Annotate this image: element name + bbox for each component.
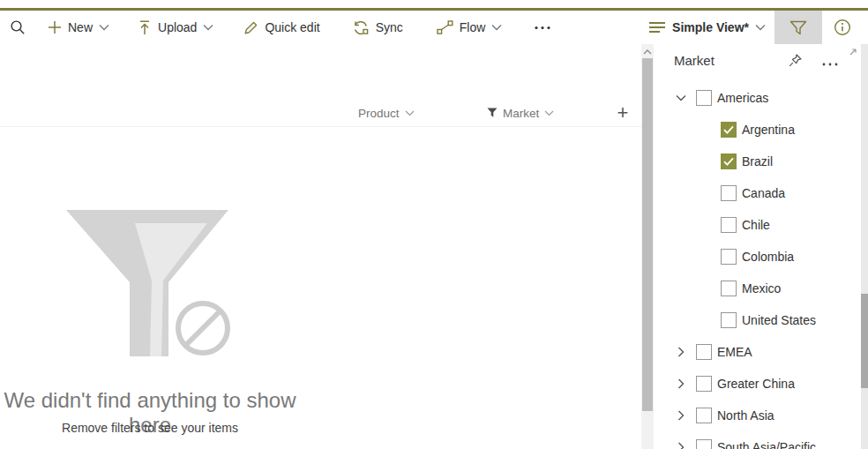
checkbox-north-asia[interactable] — [696, 408, 712, 423]
column-header-row: Product Market + — [0, 100, 641, 127]
tree-item-label: Canada — [742, 186, 785, 200]
chevron-down-icon — [544, 110, 554, 116]
quick-edit-button-label: Quick edit — [265, 20, 319, 34]
filter-pane-header: Market — [654, 49, 861, 74]
checkbox-brazil[interactable] — [721, 153, 737, 169]
filter-icon — [789, 20, 807, 35]
filter-tree-item-emea[interactable]: EMEA — [654, 336, 861, 368]
checkbox-argentina[interactable] — [721, 122, 737, 138]
list-content-area: Product Market + — [0, 44, 641, 449]
filter-tree-item-brazil[interactable]: Brazil — [654, 146, 861, 177]
filter-tree-item-americas[interactable]: Americas — [654, 82, 861, 114]
checkmark-icon — [723, 125, 734, 134]
flow-button-label: Flow — [460, 20, 486, 34]
new-button[interactable]: New — [39, 11, 118, 44]
plus-icon — [48, 20, 62, 34]
tree-item-label: EMEA — [717, 345, 752, 359]
chevron-down-icon — [99, 24, 109, 31]
filter-tree: Americas Argentina Brazil Canada — [654, 82, 861, 449]
info-button[interactable] — [822, 11, 863, 44]
tree-item-label: Mexico — [742, 281, 781, 296]
sync-button[interactable]: Sync — [343, 11, 412, 44]
chevron-down-icon — [755, 24, 766, 31]
upload-button[interactable]: Upload — [129, 11, 222, 44]
filter-pane: Market Americas — [654, 44, 861, 449]
chevron-down-icon[interactable] — [674, 91, 688, 105]
info-icon — [834, 19, 851, 36]
sync-icon — [352, 20, 370, 35]
tree-item-label: Chile — [742, 218, 770, 232]
search-icon — [10, 19, 26, 35]
column-header-market[interactable]: Market — [482, 100, 559, 126]
tree-item-label: Greater China — [717, 377, 795, 391]
sharepoint-library-view: New Upload Quick edit — [0, 0, 868, 449]
filter-tree-item-greater-china[interactable]: Greater China — [654, 368, 861, 400]
tree-item-label: North Asia — [717, 408, 774, 423]
pencil-icon — [243, 20, 258, 35]
more-commands-button[interactable] — [525, 11, 560, 44]
filter-applied-icon — [487, 108, 498, 118]
filter-tree-item-mexico[interactable]: Mexico — [654, 273, 861, 304]
top-strip — [0, 0, 868, 8]
main-scrollbar-thumb[interactable] — [642, 58, 653, 411]
filter-pane-more-icon[interactable] — [817, 51, 840, 72]
view-selector-button[interactable]: Simple View* — [640, 11, 774, 44]
command-bar: New Upload Quick edit — [0, 11, 868, 45]
market-column-label: Market — [503, 107, 539, 120]
filter-tree-item-chile[interactable]: Chile — [654, 209, 861, 241]
view-lines-icon — [648, 21, 666, 34]
tree-item-label: Americas — [717, 91, 768, 105]
chevron-right-icon[interactable] — [674, 345, 688, 359]
filter-tree-item-north-asia[interactable]: North Asia — [654, 400, 861, 431]
tree-item-label: South Asia/Pacific — [717, 440, 816, 449]
chevron-down-icon — [491, 24, 502, 31]
pin-icon[interactable] — [782, 51, 804, 72]
chevron-right-icon[interactable] — [674, 408, 688, 423]
upload-button-label: Upload — [158, 20, 197, 34]
empty-filter-illustration — [64, 210, 232, 362]
empty-state-subtitle: Remove filters to see your items — [0, 421, 300, 435]
flow-button[interactable]: Flow — [428, 11, 512, 44]
command-bar-right: Simple View* — [640, 11, 868, 44]
sync-button-label: Sync — [376, 20, 403, 34]
page-scrollbar[interactable] — [861, 44, 868, 449]
checkbox-greater-china[interactable] — [696, 376, 712, 392]
column-header-product[interactable]: Product — [353, 100, 420, 126]
ellipsis-icon — [534, 26, 551, 30]
filter-tree-item-argentina[interactable]: Argentina — [654, 114, 861, 146]
filter-tree-item-canada[interactable]: Canada — [654, 177, 861, 209]
search-button[interactable] — [0, 11, 35, 44]
checkbox-emea[interactable] — [696, 344, 712, 360]
product-column-label: Product — [358, 107, 400, 120]
page-scrollbar-thumb[interactable] — [861, 294, 868, 388]
quick-edit-button[interactable]: Quick edit — [235, 11, 328, 44]
tree-item-label: Colombia — [742, 250, 794, 264]
filter-pane-toggle-button[interactable] — [774, 11, 822, 44]
checkbox-mexico[interactable] — [721, 281, 737, 296]
tree-item-label: United States — [742, 313, 816, 327]
flow-icon — [437, 20, 453, 34]
chevron-down-icon — [203, 24, 213, 31]
filter-pane-title: Market — [674, 53, 715, 68]
add-column-button[interactable]: + — [610, 100, 635, 126]
page-body: Product Market + — [0, 44, 868, 449]
filter-tree-item-colombia[interactable]: Colombia — [654, 241, 861, 273]
tree-item-label: Argentina — [742, 123, 795, 137]
main-scrollbar[interactable] — [641, 44, 654, 449]
checkbox-colombia[interactable] — [721, 249, 737, 265]
checkbox-canada[interactable] — [721, 185, 737, 201]
checkbox-americas[interactable] — [696, 90, 712, 106]
view-selector-label: Simple View* — [672, 20, 749, 34]
filter-tree-item-south-asia-pacific[interactable]: South Asia/Pacific — [654, 431, 861, 449]
chevron-right-icon[interactable] — [674, 440, 688, 449]
filter-tree-item-united-states[interactable]: United States — [654, 304, 861, 336]
checkbox-chile[interactable] — [721, 217, 737, 233]
chevron-right-icon[interactable] — [674, 377, 688, 391]
checkbox-united-states[interactable] — [721, 312, 737, 328]
chevron-down-icon — [405, 110, 415, 116]
scroll-up-arrow-icon[interactable] — [641, 47, 654, 57]
checkbox-south-asia-pacific[interactable] — [696, 439, 712, 449]
checkmark-icon — [723, 157, 734, 166]
new-button-label: New — [68, 20, 93, 34]
upload-icon — [138, 20, 152, 35]
